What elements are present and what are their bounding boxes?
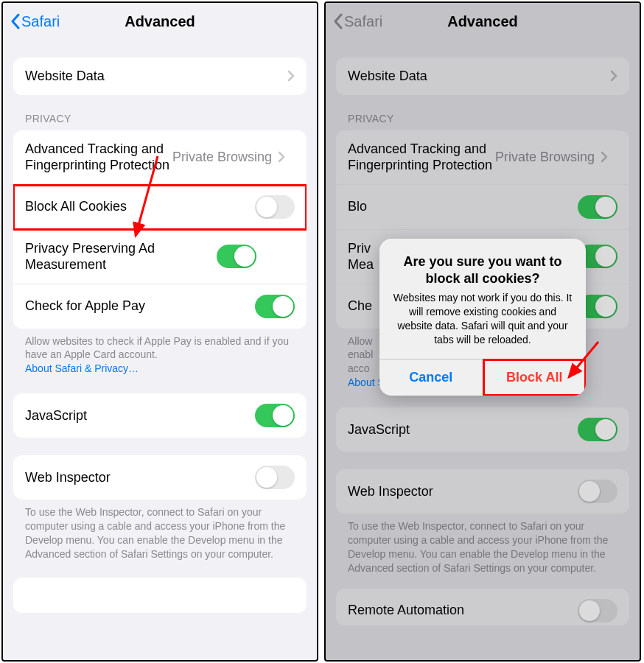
back-label: Safari — [21, 13, 60, 30]
block-cookies-toggle[interactable] — [255, 195, 295, 219]
back-button[interactable]: Safari — [10, 13, 60, 30]
website-data-label: Website Data — [25, 68, 287, 85]
website-data-row[interactable]: Website Data — [13, 57, 307, 95]
partial-row[interactable] — [13, 578, 307, 613]
privacy-link[interactable]: About Safari & Privacy… — [25, 362, 139, 374]
privacy-header: PRIVACY — [13, 113, 307, 130]
javascript-label: JavaScript — [25, 407, 255, 424]
atfp-row[interactable]: Advanced Tracking and Fingerprinting Pro… — [13, 130, 307, 185]
apple-pay-row[interactable]: Check for Apple Pay — [13, 284, 307, 329]
apple-pay-footer: Allow websites to check if Apple Pay is … — [13, 329, 307, 376]
javascript-row[interactable]: JavaScript — [13, 393, 307, 438]
web-inspector-toggle[interactable] — [255, 466, 295, 489]
chevron-left-icon — [10, 13, 20, 29]
ppam-row[interactable]: Privacy Preserving Ad Measurement — [13, 230, 307, 284]
web-inspector-label: Web Inspector — [25, 469, 255, 486]
apple-pay-toggle[interactable] — [255, 295, 295, 318]
ppam-toggle[interactable] — [217, 245, 256, 268]
page-title: Advanced — [125, 13, 195, 30]
dialog-message: Websites may not work if you do this. It… — [391, 291, 574, 347]
javascript-toggle[interactable] — [255, 404, 295, 427]
block-cookies-row[interactable]: Block All Cookies — [13, 185, 307, 230]
cancel-button[interactable]: Cancel — [379, 359, 483, 396]
block-cookies-label: Block All Cookies — [25, 198, 255, 215]
left-screenshot: Safari Advanced Website Data PRIVACY Adv… — [1, 1, 318, 662]
settings-content: Website Data PRIVACY Advanced Tracking a… — [3, 40, 317, 660]
nav-bar: Safari Advanced — [3, 3, 317, 40]
atfp-label: Advanced Tracking and Fingerprinting Pro… — [25, 141, 172, 174]
atfp-value: Private Browsing — [172, 150, 272, 165]
web-inspector-footer: To use the Web Inspector, connect to Saf… — [13, 499, 307, 561]
right-screenshot: Safari Advanced Website Data PRIVACY Adv… — [324, 1, 641, 662]
confirmation-dialog: Are you sure you want to block all cooki… — [379, 239, 586, 396]
chevron-right-icon — [278, 151, 285, 163]
chevron-right-icon — [287, 70, 295, 82]
block-all-button[interactable]: Block All — [483, 359, 587, 396]
apple-pay-label: Check for Apple Pay — [25, 298, 255, 315]
ppam-label: Privacy Preserving Ad Measurement — [25, 240, 217, 273]
web-inspector-row[interactable]: Web Inspector — [13, 455, 307, 499]
dialog-title: Are you sure you want to block all cooki… — [391, 253, 574, 287]
